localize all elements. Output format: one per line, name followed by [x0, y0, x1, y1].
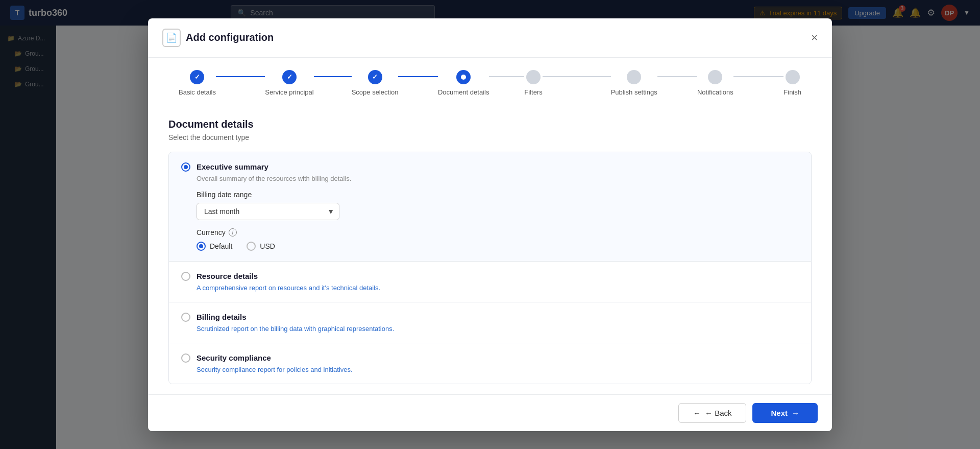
step-scope-selection: ✓ Scope selection: [352, 70, 399, 96]
step-label-notifications: Notifications: [697, 88, 733, 96]
step-wrap-publish-settings: Publish settings: [611, 70, 697, 96]
step-label-scope-selection: Scope selection: [352, 88, 399, 96]
step-circle-document-details: [456, 70, 471, 84]
radio-currency-usd[interactable]: [247, 242, 256, 251]
connector-6: [657, 76, 697, 77]
step-label-publish-settings: Publish settings: [611, 88, 657, 96]
currency-usd-label: USD: [260, 242, 275, 250]
radio-resource-details[interactable]: [181, 272, 190, 281]
step-circle-basic-details: ✓: [190, 70, 204, 84]
option-header-billing: Billing details: [181, 313, 799, 322]
option-header-resource: Resource details: [181, 272, 799, 281]
step-wrap-notifications: Notifications: [697, 70, 783, 96]
section-subtitle: Select the document type: [168, 133, 812, 141]
step-circle-finish: [786, 70, 800, 84]
billing-section: Billing date range Last month This month…: [197, 191, 799, 220]
currency-label: Currency i: [197, 228, 799, 237]
connector-5: [543, 76, 611, 77]
billing-date-select-wrapper: Last month This month Last 3 months Last…: [197, 203, 339, 220]
stepper: ✓ Basic details ✓ Service principal: [148, 58, 832, 104]
billing-label: Billing date range: [197, 191, 799, 199]
step-wrap-document-details: Document details: [438, 70, 524, 96]
connector-1: [216, 76, 265, 77]
step-wrap-basic-details: ✓ Basic details: [179, 70, 265, 96]
connector-3: [398, 76, 438, 77]
back-arrow-icon: ←: [693, 409, 701, 417]
next-arrow-icon: →: [792, 409, 799, 417]
option-header-security: Security compliance: [181, 353, 799, 363]
option-executive-summary[interactable]: Executive summary Overall summary of the…: [169, 152, 811, 262]
step-circle-notifications: [708, 70, 722, 84]
check-icon-3: ✓: [372, 73, 378, 81]
modal-title: Add configuration: [186, 32, 274, 43]
option-desc-billing: Scrutinized report on the billing data w…: [197, 325, 799, 333]
radio-currency-default[interactable]: [197, 242, 206, 251]
modal: 📄 Add configuration × ✓ Basic details: [148, 18, 832, 431]
step-basic-details: ✓ Basic details: [179, 70, 216, 96]
step-wrap-scope-selection: ✓ Scope selection: [352, 70, 438, 96]
option-desc-security: Security compliance report for policies …: [197, 366, 799, 373]
option-desc-executive: Overall summary of the resources with bi…: [197, 175, 799, 182]
modal-overlay: 📄 Add configuration × ✓ Basic details: [0, 0, 980, 449]
step-filters: Filters: [524, 70, 542, 96]
currency-option-usd[interactable]: USD: [247, 242, 275, 251]
step-wrap-service-principal: ✓ Service principal: [265, 70, 351, 96]
next-button[interactable]: Next →: [752, 403, 818, 423]
step-service-principal: ✓ Service principal: [265, 70, 313, 96]
option-billing-details[interactable]: Billing details Scrutinized report on th…: [169, 302, 811, 343]
close-button[interactable]: ×: [811, 32, 818, 43]
option-title-executive: Executive summary: [197, 162, 268, 171]
currency-default-label: Default: [210, 242, 232, 250]
currency-options: Default USD: [197, 242, 799, 251]
connector-4: [489, 76, 524, 77]
config-icon: 📄: [162, 29, 181, 47]
radio-billing-details[interactable]: [181, 313, 190, 322]
step-publish-settings: Publish settings: [611, 70, 657, 96]
check-icon: ✓: [194, 73, 200, 81]
back-button[interactable]: ← ← Back: [678, 403, 747, 423]
step-circle-scope-selection: ✓: [368, 70, 382, 84]
option-title-security: Security compliance: [197, 353, 271, 362]
radio-security-compliance[interactable]: [181, 353, 190, 363]
modal-body: Document details Select the document typ…: [148, 104, 832, 394]
step-dot: [461, 75, 466, 80]
section-title: Document details: [168, 119, 812, 130]
modal-title-wrap: 📄 Add configuration: [162, 29, 274, 47]
currency-section: Currency i Default USD: [197, 228, 799, 251]
step-finish: Finish: [783, 70, 801, 96]
option-title-billing: Billing details: [197, 313, 247, 321]
billing-date-select[interactable]: Last month This month Last 3 months Last…: [197, 203, 339, 220]
option-title-resource: Resource details: [197, 272, 258, 280]
options-container: Executive summary Overall summary of the…: [168, 152, 812, 384]
modal-footer: ← ← Back Next →: [148, 394, 832, 431]
connector-2: [314, 76, 352, 77]
step-circle-publish-settings: [627, 70, 641, 84]
modal-header: 📄 Add configuration ×: [148, 18, 832, 58]
currency-label-text: Currency: [197, 228, 226, 237]
step-wrap-filters: Filters: [524, 70, 610, 96]
step-notifications: Notifications: [697, 70, 733, 96]
back-label: ← Back: [705, 409, 732, 417]
radio-executive-summary[interactable]: [181, 162, 190, 172]
connector-7: [733, 76, 784, 77]
step-circle-filters: [526, 70, 541, 84]
step-label-filters: Filters: [524, 88, 542, 96]
option-resource-details[interactable]: Resource details A comprehensive report …: [169, 262, 811, 302]
option-security-compliance[interactable]: Security compliance Security compliance …: [169, 343, 811, 384]
step-label-basic-details: Basic details: [179, 88, 216, 96]
currency-option-default[interactable]: Default: [197, 242, 232, 251]
step-circle-service-principal: ✓: [282, 70, 297, 84]
info-icon: i: [229, 228, 237, 237]
step-label-service-principal: Service principal: [265, 88, 313, 96]
next-label: Next: [771, 409, 788, 417]
check-icon-2: ✓: [287, 73, 292, 81]
step-document-details: Document details: [438, 70, 489, 96]
step-label-finish: Finish: [783, 88, 801, 96]
option-header-executive: Executive summary: [181, 162, 799, 172]
option-desc-resource: A comprehensive report on resources and …: [197, 284, 799, 292]
step-label-document-details: Document details: [438, 88, 489, 96]
